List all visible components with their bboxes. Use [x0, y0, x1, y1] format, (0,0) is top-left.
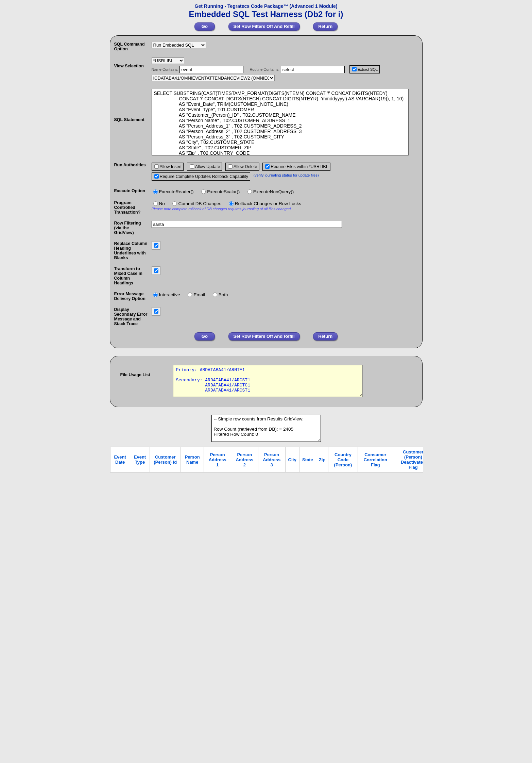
sql-statement-label: SQL Statement [114, 89, 152, 156]
execute-option-label: Execute Option [114, 188, 152, 194]
pct-commit-radio[interactable]: Commit DB Changes [171, 201, 221, 206]
column-header[interactable]: Event Type [130, 447, 150, 472]
results-grid-scroll[interactable]: Event DateEvent TypeCustomer (Person) Id… [110, 447, 423, 472]
row-filtering-input[interactable] [152, 221, 342, 228]
go-button-top[interactable]: Go [194, 22, 215, 31]
error-both-radio[interactable]: Both [211, 292, 228, 297]
column-header[interactable]: Customer (Person) Deactivated Flag [393, 447, 423, 472]
sql-command-option-label: SQL Command Option [114, 42, 152, 51]
return-button-top[interactable]: Return [313, 22, 338, 31]
column-header[interactable]: Event Date [110, 447, 130, 472]
replace-underlines-label: Replace Column Heading Underlines with B… [114, 241, 152, 260]
view-dropdown[interactable]: ICDATABA41/OMNIEVENTATTENDANCEVIEW2 (OMN… [152, 75, 275, 81]
run-authorities-label: Run Authorities [114, 163, 152, 182]
file-usage-label: File Usage List [120, 365, 173, 398]
allow-insert-checkbox[interactable]: Allow Insert [152, 163, 184, 171]
require-files-checkbox[interactable]: Require Files within *USRLIBL [262, 163, 330, 171]
allow-delete-checkbox[interactable]: Allow Delete [225, 163, 259, 171]
row-filtering-label: Row Filtering (via the GridView) [114, 221, 152, 235]
execute-reader-radio[interactable]: ExecuteReader() [152, 189, 194, 194]
library-select[interactable]: *USRLIBL [152, 57, 184, 64]
verify-journaling-link[interactable]: (verify journaling status for update fil… [254, 173, 319, 177]
column-header[interactable]: Person Address 2 [231, 447, 258, 472]
column-header[interactable]: Person Name [181, 447, 204, 472]
column-header[interactable]: City [285, 447, 299, 472]
require-rollback-checkbox[interactable]: Require Complete Updates Rollback Capabi… [152, 172, 251, 181]
allow-update-checkbox[interactable]: Allow Update [187, 163, 222, 171]
sql-statement-textarea[interactable] [152, 89, 409, 155]
pct-rollback-radio[interactable]: Rollback Changes or Row Locks [227, 201, 301, 206]
display-secondary-checkbox[interactable] [154, 309, 158, 314]
column-header[interactable]: Person Address 1 [204, 447, 231, 472]
file-usage-textarea[interactable] [173, 365, 363, 397]
error-email-radio[interactable]: Email [186, 292, 205, 297]
routine-contains-label: Routine Contains: [250, 67, 279, 71]
error-interactive-radio[interactable]: Interactive [152, 292, 180, 297]
pct-label: Program Controlled Transaction? [114, 200, 152, 215]
column-header[interactable]: Country Code (Person) [328, 447, 358, 472]
column-header[interactable]: Zip [316, 447, 328, 472]
replace-underlines-checkbox[interactable] [154, 243, 158, 248]
column-header[interactable]: Consumer Correlation Flag [358, 447, 393, 472]
extract-sql-checkbox[interactable]: Extract SQL [349, 65, 380, 73]
set-filters-button-bottom[interactable]: Set Row Filters Off And Refill [228, 332, 300, 341]
results-count-box[interactable] [211, 415, 321, 442]
display-secondary-label: Display Secondary Error Message and Stac… [114, 307, 152, 326]
name-contains-label: Name Contains: [152, 67, 178, 71]
go-button-bottom[interactable]: Go [194, 332, 215, 341]
page-title: Embedded SQL Test Harness (Db2 for i) [110, 10, 423, 19]
name-contains-input[interactable] [179, 66, 243, 73]
execute-nonquery-radio[interactable]: ExecuteNonQuery() [246, 189, 294, 194]
set-filters-button-top[interactable]: Set Row Filters Off And Refill [228, 22, 300, 31]
column-header[interactable]: Customer (Person) Id [150, 447, 181, 472]
pct-no-radio[interactable]: No [152, 201, 165, 206]
return-button-bottom[interactable]: Return [313, 332, 338, 341]
column-header[interactable]: Person Address 3 [258, 447, 285, 472]
routine-contains-input[interactable] [281, 66, 345, 73]
error-delivery-label: Error Message Delivery Option [114, 292, 152, 301]
page-subtitle: Get Running - Tegratecs Code Package™ (A… [110, 3, 423, 9]
results-grid: Event DateEvent TypeCustomer (Person) Id… [110, 447, 423, 472]
view-selection-label: View Selection [114, 57, 152, 83]
column-header[interactable]: State [299, 447, 316, 472]
sql-command-option-select[interactable]: Run Embedded SQL [152, 42, 206, 48]
transform-mixedcase-label: Transform to Mixed Case in Column Headin… [114, 266, 152, 285]
execute-scalar-radio[interactable]: ExecuteScalar() [200, 189, 240, 194]
pct-note: Please note complete rollback of DB chan… [152, 207, 418, 211]
transform-mixedcase-checkbox[interactable] [154, 268, 158, 273]
